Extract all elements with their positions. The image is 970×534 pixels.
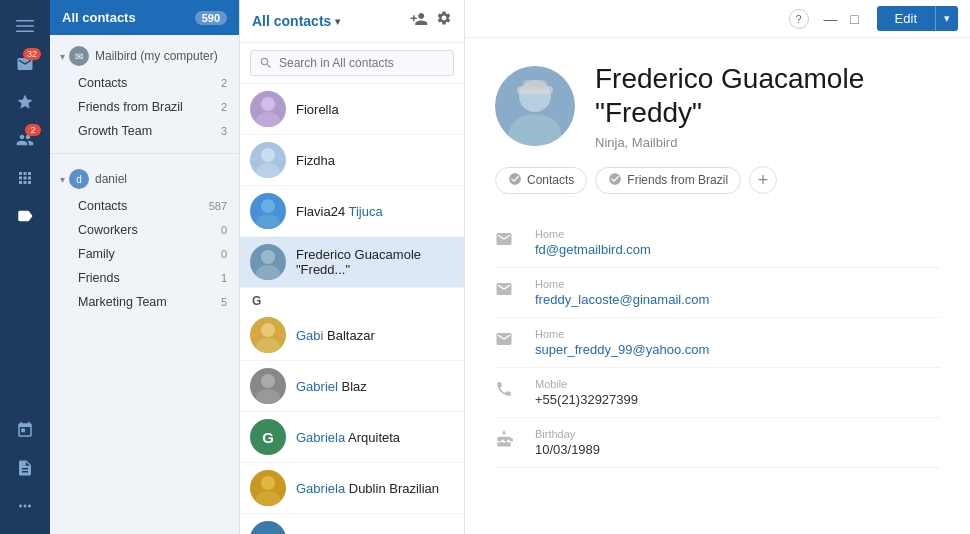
field-phone-value[interactable]: +55(21)32927399 [535, 392, 638, 407]
field-email-2-value[interactable]: freddy_lacoste@ginamail.com [535, 292, 709, 307]
sidebar-item-family[interactable]: Family 0 [50, 242, 239, 266]
svg-point-14 [256, 389, 280, 404]
apps-icon[interactable] [7, 160, 43, 196]
sidebar-item-label: Coworkers [78, 223, 138, 237]
contact-item-frederico[interactable]: Frederico Guacamole "Fredd..." [240, 237, 464, 288]
contact-list-header: All contacts ▾ [240, 0, 464, 43]
sidebar-item-contacts-daniel[interactable]: Contacts 587 [50, 194, 239, 218]
edit-dropdown-button[interactable]: ▾ [935, 6, 958, 31]
field-email-1-content: Home fd@getmailbird.com [535, 228, 651, 257]
contact-groups: Contacts Friends from Brazil + [465, 166, 970, 210]
contacts-badge: 2 [25, 124, 41, 136]
contact-full-name: Frederico Guacamole "Freddy" [595, 63, 864, 128]
daniel-label: daniel [95, 172, 127, 186]
contact-item-flavia24[interactable]: Flavia24 Tijuca [240, 186, 464, 237]
contact-search [240, 43, 464, 84]
sidebar-item-growth-team[interactable]: Growth Team 3 [50, 119, 239, 143]
contact-name-gabriela-arquiteta: Gabriela Arquiteta [296, 430, 400, 445]
add-contact-icon[interactable] [410, 10, 428, 32]
sidebar-item-count: 1 [221, 272, 227, 284]
window-controls: ? — □ Edit ▾ [789, 6, 958, 31]
contact-item-fizdha[interactable]: Fizdha [240, 135, 464, 186]
more-icon[interactable] [7, 488, 43, 524]
contact-list-title[interactable]: All contacts ▾ [252, 13, 340, 29]
nav-bar: 32 2 [0, 0, 50, 534]
sidebar-item-label: Growth Team [78, 124, 152, 138]
sidebar-item-coworkers[interactable]: Coworkers 0 [50, 218, 239, 242]
contact-detail-header: Frederico Guacamole "Freddy" Ninja, Mail… [465, 38, 970, 166]
field-email-3-label: Home [535, 328, 709, 340]
contact-item-gabriel[interactable]: Gabriel Blaz [240, 361, 464, 412]
settings-icon[interactable] [436, 10, 452, 32]
field-birthday-content: Birthday 10/03/1989 [535, 428, 600, 457]
sidebar-item-contacts-mailbird[interactable]: Contacts 2 [50, 71, 239, 95]
svg-rect-1 [16, 25, 34, 27]
daniel-account-label[interactable]: ▾ d daniel [50, 164, 239, 194]
svg-point-3 [261, 97, 275, 111]
field-phone-content: Mobile +55(21)32927399 [535, 378, 638, 407]
daniel-section: ▾ d daniel Contacts 587 Coworkers 0 Fami… [50, 158, 239, 320]
contact-name-fizdha: Fizdha [296, 153, 335, 168]
sidebar-item-friends[interactable]: Friends 1 [50, 266, 239, 290]
avatar-gabriel [250, 368, 286, 404]
sidebar-item-label: Marketing Team [78, 295, 167, 309]
contact-name-fiorella: Fiorella [296, 102, 339, 117]
group-tag-contacts[interactable]: Contacts [495, 167, 587, 194]
svg-point-12 [256, 338, 280, 353]
svg-point-10 [256, 265, 280, 280]
sidebar-item-count: 587 [209, 200, 227, 212]
field-email-2-label: Home [535, 278, 709, 290]
sidebar-item-marketing-team[interactable]: Marketing Team 5 [50, 290, 239, 314]
contact-item-gabriela-arquiteta[interactable]: G Gabriela Arquiteta [240, 412, 464, 463]
contacts-icon[interactable]: 2 [7, 122, 43, 158]
contact-detail-title: Ninja, Mailbird [595, 135, 864, 150]
section-label-g: G [240, 288, 464, 310]
edit-btn-group: Edit ▾ [877, 6, 958, 31]
svg-rect-23 [523, 80, 547, 90]
contact-item-gabriela-scherer[interactable]: G Gabriela Scherer [240, 514, 464, 534]
svg-point-7 [261, 199, 275, 213]
maximize-button[interactable]: □ [845, 9, 865, 29]
field-email-1-value[interactable]: fd@getmailbird.com [535, 242, 651, 257]
notes-icon[interactable] [7, 450, 43, 486]
tag-icon[interactable] [7, 198, 43, 234]
sidebar-item-count: 0 [221, 248, 227, 260]
mailbird-account-label[interactable]: ▾ ✉ Mailbird (my computer) [50, 41, 239, 71]
sidebar-item-friends-from-brazil[interactable]: Friends from Brazil 2 [50, 95, 239, 119]
calendar-icon[interactable] [7, 412, 43, 448]
contact-item-gabriela-dublin[interactable]: Gabriela Dublin Brazilian [240, 463, 464, 514]
contact-list-panel: All contacts ▾ Fiorella Fizdha [240, 0, 465, 534]
contact-name-gabriela-dublin: Gabriela Dublin Brazilian [296, 481, 439, 496]
search-input[interactable] [250, 50, 454, 76]
detail-panel: ? — □ Edit ▾ Frederico Guacamole [465, 0, 970, 534]
svg-point-15 [261, 476, 275, 490]
group-tag-friends-label: Friends from Brazil [627, 173, 728, 187]
contact-item-gabi[interactable]: Gabi Baltazar [240, 310, 464, 361]
sidebar-title: All contacts [62, 10, 136, 25]
field-birthday-label: Birthday [535, 428, 600, 440]
contact-name-flavia24: Flavia24 Tijuca [296, 204, 383, 219]
add-group-button[interactable]: + [749, 166, 777, 194]
contact-item-fiorella[interactable]: Fiorella [240, 84, 464, 135]
star-icon[interactable] [7, 84, 43, 120]
svg-point-6 [256, 163, 280, 178]
edit-button[interactable]: Edit [877, 6, 935, 31]
avatar-gabriela-dublin [250, 470, 286, 506]
minimize-button[interactable]: — [821, 9, 841, 29]
contact-detail-name: Frederico Guacamole "Freddy" [595, 62, 864, 129]
contact-fields: Home fd@getmailbird.com Home freddy_laco… [465, 210, 970, 476]
svg-point-4 [256, 112, 280, 127]
avatar-flavia24 [250, 193, 286, 229]
contact-detail-avatar [495, 66, 575, 146]
field-email-2: Home freddy_lacoste@ginamail.com [495, 268, 940, 318]
field-email-3-value[interactable]: super_freddy_99@yahoo.com [535, 342, 709, 357]
mail-icon[interactable]: 32 [7, 46, 43, 82]
dropdown-arrow-icon: ▾ [335, 16, 340, 27]
mailbird-section: ▾ ✉ Mailbird (my computer) Contacts 2 Fr… [50, 35, 239, 149]
sidebar-item-count: 5 [221, 296, 227, 308]
contact-name-gabi: Gabi Baltazar [296, 328, 375, 343]
menu-icon[interactable] [7, 8, 43, 44]
group-tag-friends-brazil[interactable]: Friends from Brazil [595, 167, 741, 194]
help-button[interactable]: ? [789, 9, 809, 29]
mailbird-icon: ✉ [69, 46, 89, 66]
